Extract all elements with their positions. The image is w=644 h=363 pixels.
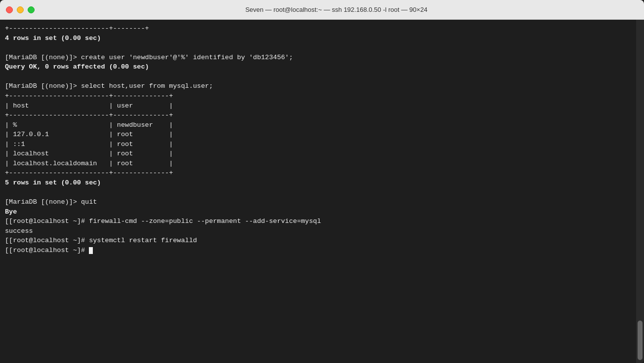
line-9: | host | user | xyxy=(5,102,173,109)
traffic-lights xyxy=(6,6,35,13)
line-10: +-------------------------+-------------… xyxy=(5,111,173,119)
terminal-container: +-------------------------+--------+ 4 r… xyxy=(0,20,644,363)
line-8: +-------------------------+-------------… xyxy=(5,92,173,100)
maximize-button[interactable] xyxy=(28,6,35,13)
line-12: | 127.0.0.1 | root | xyxy=(5,131,173,138)
close-button[interactable] xyxy=(6,6,13,13)
line-22: success xyxy=(5,227,33,235)
terminal-output[interactable]: +-------------------------+--------+ 4 r… xyxy=(0,20,636,363)
line-5: Query OK, 0 rows affected (0.00 sec) xyxy=(5,63,149,71)
line-19: [MariaDB [(none)]> quit xyxy=(5,198,97,206)
line-24: [[root@localhost ~]# xyxy=(5,247,93,254)
scrollbar-thumb[interactable] xyxy=(638,321,643,360)
scrollbar-vertical[interactable] xyxy=(636,20,644,363)
terminal-window: Seven — root@localhost:~ — ssh 192.168.0… xyxy=(0,0,644,363)
line-11: | % | newdbuser | xyxy=(5,121,173,129)
line-13: | ::1 | root | xyxy=(5,141,173,148)
line-23: [[root@localhost ~]# systemctl restart f… xyxy=(5,237,197,244)
line-17: 5 rows in set (0.00 sec) xyxy=(5,179,101,186)
titlebar: Seven — root@localhost:~ — ssh 192.168.0… xyxy=(0,0,644,20)
line-21: [[root@localhost ~]# firewall-cmd --zone… xyxy=(5,218,321,225)
minimize-button[interactable] xyxy=(17,6,24,13)
line-20: Bye xyxy=(5,208,17,216)
line-4: [MariaDB [(none)]> create user 'newdbuse… xyxy=(5,54,293,61)
terminal-cursor xyxy=(89,247,93,254)
line-16: +-------------------------+-------------… xyxy=(5,169,173,177)
line-1: +-------------------------+--------+ xyxy=(5,25,149,32)
line-14: | localhost | root | xyxy=(5,150,173,157)
window-title: Seven — root@localhost:~ — ssh 192.168.0… xyxy=(35,6,638,13)
line-15: | localhost.localdomain | root | xyxy=(5,160,173,167)
line-7: [MariaDB [(none)]> select host,user from… xyxy=(5,82,213,90)
line-2: 4 rows in set (0.00 sec) xyxy=(5,35,101,42)
